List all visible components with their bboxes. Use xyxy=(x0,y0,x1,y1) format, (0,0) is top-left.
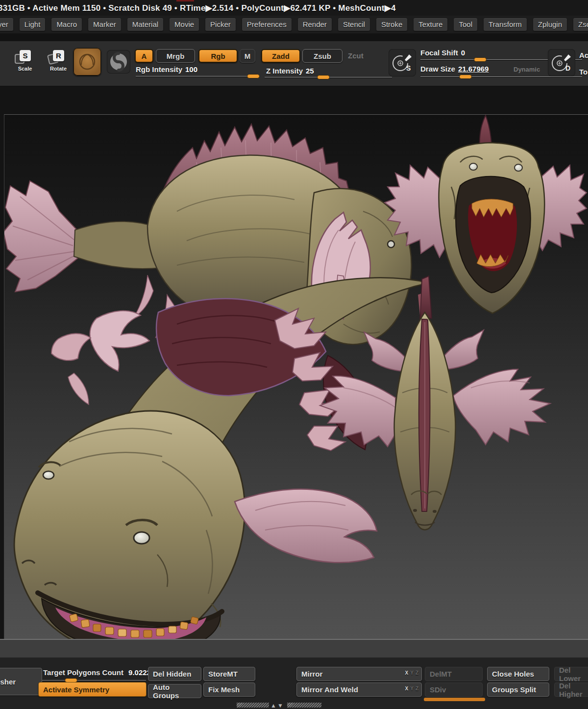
scale-icon-letter: S xyxy=(20,50,31,61)
draw-size-handle[interactable] xyxy=(459,75,472,79)
menu-item-zscript[interactable]: Zscript xyxy=(573,18,588,31)
sdiv-slider-bar[interactable] xyxy=(424,698,485,701)
menu-item-texture[interactable]: Texture xyxy=(414,18,447,31)
shelf-scrollbar-left[interactable] xyxy=(237,703,269,708)
menu-item-stencil[interactable]: Stencil xyxy=(338,18,370,31)
target-polygons-label: Target Polygons Count 9.02223 xyxy=(43,668,155,677)
document-area xyxy=(0,86,588,639)
axis-z-toggle: Z xyxy=(416,686,418,691)
axis-x-toggle: X xyxy=(405,670,409,676)
menu-item-stroke[interactable]: Stroke xyxy=(376,18,407,31)
svg-text:D: D xyxy=(565,64,570,72)
del-mt-button[interactable]: DelMT xyxy=(425,667,483,681)
stroke-type-icon xyxy=(107,50,130,74)
menu-item-transform[interactable]: Transform xyxy=(484,18,527,31)
viewport-canvas[interactable] xyxy=(4,114,588,639)
right-cut-label-bottom: To xyxy=(579,68,588,76)
menu-item-zplugin[interactable]: Zplugin xyxy=(533,18,567,31)
rotate-button[interactable]: R Rotate xyxy=(47,49,70,75)
axis-y-toggle: Y xyxy=(410,670,414,676)
rotate-icon-letter: R xyxy=(53,50,64,61)
brush-preview-button[interactable] xyxy=(74,48,101,76)
mirror-axis-toggles[interactable]: X Y Z xyxy=(405,670,418,676)
menu-item-light[interactable]: Light xyxy=(20,18,46,31)
menu-item-render[interactable]: Render xyxy=(298,18,332,31)
top-toolbar: S Scale R Rotate A Mrgb Rgb M Zadd Zsub … xyxy=(0,41,588,86)
menu-bar: yer Light Macro Marker Material Movie Pi… xyxy=(0,16,588,33)
status-text: 331GB • Active Mem 1150 • Scratch Disk 4… xyxy=(0,3,396,13)
del-hidden-button[interactable]: Del Hidden xyxy=(148,667,201,681)
sculpt-scene xyxy=(4,115,588,639)
rotate-label: Rotate xyxy=(47,66,70,72)
status-progress-tick xyxy=(176,0,194,1)
axis-x-toggle: X xyxy=(405,686,409,691)
menu-item-layer[interactable]: yer xyxy=(0,18,13,31)
mirror-button[interactable]: Mirror X Y Z xyxy=(296,667,422,681)
remesher-button[interactable]: nesher xyxy=(0,668,42,695)
canvas-bottom-strip xyxy=(0,639,588,658)
close-holes-button[interactable]: Close Holes xyxy=(487,667,549,681)
menu-item-tool[interactable]: Tool xyxy=(454,18,477,31)
z-intensity-label: Z Intensity25 xyxy=(266,67,314,75)
groups-split-button[interactable]: Groups Split xyxy=(487,683,549,697)
menu-shelf-gap xyxy=(0,33,588,41)
scale-button[interactable]: S Scale xyxy=(14,49,36,75)
bottom-shelf: nesher Target Polygons Count 9.02223 Act… xyxy=(0,658,588,709)
menu-item-macro[interactable]: Macro xyxy=(51,18,82,31)
rgb-button[interactable]: Rgb xyxy=(198,49,238,63)
store-mt-button[interactable]: StoreMT xyxy=(203,667,255,681)
shelf-scroll-arrows[interactable]: ▲▼ xyxy=(270,702,284,709)
rgb-intensity-handle[interactable] xyxy=(247,74,260,78)
draw-size-label: Draw Size21.67969 xyxy=(420,65,489,73)
right-cut-label-top: Ac xyxy=(579,51,588,59)
rgb-intensity-slider[interactable] xyxy=(136,74,260,78)
menu-item-picker[interactable]: Picker xyxy=(205,18,236,31)
focal-shift-handle[interactable] xyxy=(474,57,487,62)
dynamic-size-brush-icon: D xyxy=(548,49,575,76)
axis-z-toggle: Z xyxy=(416,670,418,676)
zsub-button[interactable]: Zsub xyxy=(302,49,343,63)
z-intensity-slider[interactable] xyxy=(265,75,392,79)
menu-item-preferences[interactable]: Preferences xyxy=(242,18,292,31)
del-higher-button[interactable]: Del Higher xyxy=(554,683,588,697)
zcut-button[interactable]: Zcut xyxy=(348,51,364,60)
stroke-type-button[interactable] xyxy=(107,50,130,74)
del-lower-button[interactable]: Del Lower xyxy=(554,667,588,681)
sdiv-slider[interactable]: SDiv xyxy=(425,683,483,697)
zadd-button[interactable]: Zadd xyxy=(261,49,300,63)
z-intensity-handle[interactable] xyxy=(317,75,330,79)
menu-item-movie[interactable]: Movie xyxy=(170,18,199,31)
focal-shift-label: Focal Shift0 xyxy=(420,49,465,57)
auto-groups-button[interactable]: Auto Groups xyxy=(148,684,201,698)
focal-shift-brush-icon: S xyxy=(389,49,416,76)
dynamic-size-icon-button[interactable]: D xyxy=(548,49,575,76)
color-a-button[interactable]: A xyxy=(135,49,153,63)
dynamic-toggle[interactable]: Dynamic xyxy=(514,66,540,73)
status-bar: 331GB • Active Mem 1150 • Scratch Disk 4… xyxy=(0,0,588,16)
menu-item-marker[interactable]: Marker xyxy=(88,18,121,31)
svg-text:S: S xyxy=(406,64,411,72)
mirror-and-weld-button[interactable]: Mirror And Weld X Y Z xyxy=(296,683,422,697)
brush-preview-icon xyxy=(74,48,101,76)
scale-label: Scale xyxy=(14,66,36,72)
m-button[interactable]: M xyxy=(240,49,255,63)
fix-mesh-button[interactable]: Fix Mesh xyxy=(203,683,255,697)
activate-symmetry-button[interactable]: Activate Symmetry xyxy=(38,682,147,697)
shelf-scrollbar-right[interactable] xyxy=(287,703,321,708)
menu-item-material[interactable]: Material xyxy=(127,18,163,31)
mrgb-button[interactable]: Mrgb xyxy=(156,49,195,63)
focal-shift-icon-button[interactable]: S xyxy=(389,49,416,76)
rgb-intensity-label: Rgb Intensity100 xyxy=(136,65,197,74)
mirror-weld-axis-toggles[interactable]: X Y Z xyxy=(405,686,418,691)
axis-y-toggle: Y xyxy=(410,686,414,691)
